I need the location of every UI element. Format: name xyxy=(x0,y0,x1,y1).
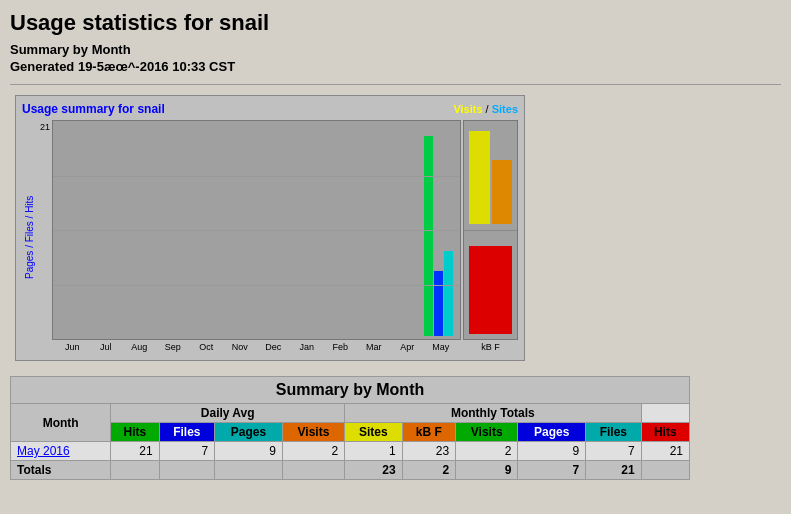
chart-legend: Visits / Sites xyxy=(453,103,518,115)
pages-total-cell: 9 xyxy=(518,442,586,461)
summary-table: Summary by Month Month Daily Avg Monthly… xyxy=(10,376,690,480)
th-files2: Files xyxy=(586,423,642,442)
bar-pages xyxy=(444,251,453,336)
right-chart: 2 23 kB F xyxy=(463,120,518,354)
bar-hits xyxy=(424,136,433,336)
generated-text: Generated 19-5æœ^-2016 10:33 CST xyxy=(10,59,781,74)
summary-title-row: Summary by Month xyxy=(11,377,690,404)
totals-visits: 9 xyxy=(456,461,518,480)
summary-section: Summary by Month Month Daily Avg Monthly… xyxy=(10,376,690,480)
right-bars-bottom xyxy=(469,236,512,334)
page-title: Usage statistics for snail xyxy=(10,10,781,36)
visits-avg-cell: 2 xyxy=(282,442,344,461)
col-sub-header-row: Hits Files Pages Visits Sites kB F Visit… xyxy=(11,423,690,442)
x-label-jul: Jul xyxy=(90,342,123,352)
files-avg-cell: 7 xyxy=(159,442,215,461)
chart-container: Usage summary for snail Visits / Sites P… xyxy=(15,95,525,361)
grid-line-1 xyxy=(53,176,460,177)
x-label-jun: Jun xyxy=(56,342,89,352)
bar-kb xyxy=(469,246,512,334)
hits-avg-cell: 21 xyxy=(111,442,159,461)
x-label-may: May xyxy=(425,342,458,352)
x-axis-right-label: kB F xyxy=(463,342,518,352)
hits-total-cell: 21 xyxy=(641,442,689,461)
table-row: May 2016 21 7 9 2 1 23 2 9 7 21 xyxy=(11,442,690,461)
totals-kb: 2 xyxy=(402,461,455,480)
x-label-dec: Dec xyxy=(257,342,290,352)
totals-visits-avg xyxy=(282,461,344,480)
x-label-mar: Mar xyxy=(358,342,391,352)
month-link[interactable]: May 2016 xyxy=(17,444,70,458)
x-label-apr: Apr xyxy=(391,342,424,352)
month-cell: May 2016 xyxy=(11,442,111,461)
totals-pages: 7 xyxy=(518,461,586,480)
th-daily-avg: Daily Avg xyxy=(111,404,345,423)
visits-total-cell: 2 xyxy=(456,442,518,461)
subtitle: Summary by Month xyxy=(10,42,781,57)
col-group-header-row: Month Daily Avg Monthly Totals xyxy=(11,404,690,423)
th-sites: Sites xyxy=(345,423,403,442)
legend-slash: / xyxy=(483,103,492,115)
top-divider xyxy=(10,84,781,85)
totals-label: Totals xyxy=(11,461,111,480)
legend-sites: Sites xyxy=(492,103,518,115)
sites-cell: 1 xyxy=(345,442,403,461)
totals-files: 21 xyxy=(586,461,642,480)
th-hits2: Hits xyxy=(641,423,689,442)
y-axis-label: Pages / Files / Hits xyxy=(22,120,36,354)
kb-cell: 23 xyxy=(402,442,455,461)
x-axis-labels: Jun Jul Aug Sep Oct Nov Dec Jan Feb Mar … xyxy=(52,340,461,354)
files-total-cell: 7 xyxy=(586,442,642,461)
th-visits2: Visits xyxy=(456,423,518,442)
summary-title-cell: Summary by Month xyxy=(11,377,690,404)
chart-title-bar: Usage summary for snail Visits / Sites xyxy=(22,102,518,116)
x-label-oct: Oct xyxy=(190,342,223,352)
totals-files-avg xyxy=(159,461,215,480)
th-kb: kB F xyxy=(402,423,455,442)
th-visits: Visits xyxy=(282,423,344,442)
x-label-feb: Feb xyxy=(324,342,357,352)
th-pages: Pages xyxy=(215,423,283,442)
right-divider xyxy=(464,230,517,231)
th-files: Files xyxy=(159,423,215,442)
totals-sites: 23 xyxy=(345,461,403,480)
th-month: Month xyxy=(11,404,111,442)
bar-sites xyxy=(492,160,513,224)
x-label-sep: Sep xyxy=(157,342,190,352)
x-label-jan: Jan xyxy=(291,342,324,352)
grid-line-2 xyxy=(53,230,460,231)
bar-files xyxy=(434,271,443,336)
y-max-left: 21 xyxy=(40,122,50,132)
x-label-nov: Nov xyxy=(224,342,257,352)
totals-hits xyxy=(641,461,689,480)
bar-group-may xyxy=(424,136,456,336)
totals-pages-avg xyxy=(215,461,283,480)
totals-row: Totals 23 2 9 7 21 xyxy=(11,461,690,480)
totals-hits-avg xyxy=(111,461,159,480)
bars-area xyxy=(53,121,460,336)
right-bars-top xyxy=(469,126,512,224)
x-label-aug: Aug xyxy=(123,342,156,352)
pages-avg-cell: 9 xyxy=(215,442,283,461)
th-hits: Hits xyxy=(111,423,159,442)
th-pages2: Pages xyxy=(518,423,586,442)
bar-visits xyxy=(469,131,490,224)
th-monthly-totals: Monthly Totals xyxy=(345,404,641,423)
grid-line-3 xyxy=(53,285,460,286)
chart-title: Usage summary for snail xyxy=(22,102,165,116)
legend-visits: Visits xyxy=(453,103,482,115)
